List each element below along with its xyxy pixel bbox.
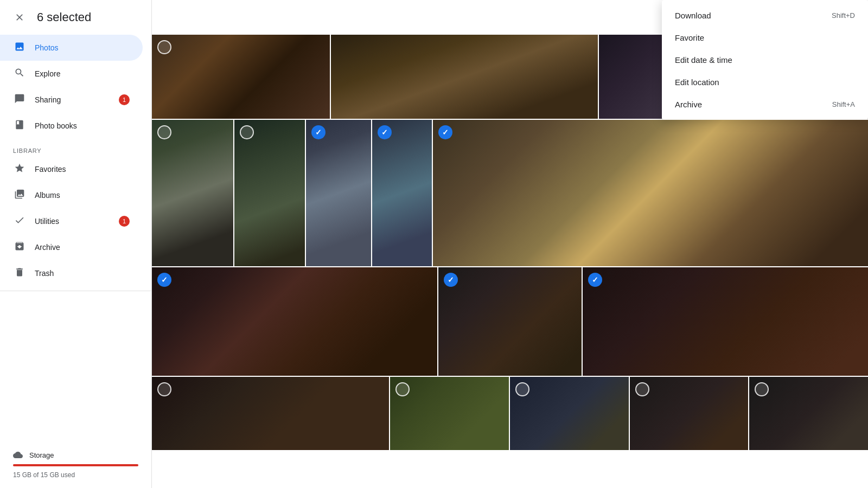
photo-cell[interactable] [234,120,305,266]
select-circle[interactable] [755,382,769,396]
sidebar-item-photobooks-label: Photo books [35,121,77,130]
select-circle[interactable] [157,125,171,139]
sidebar-item-archive-label: Archive [35,243,60,252]
sidebar-item-archive[interactable]: Archive [0,234,143,260]
close-button[interactable] [9,7,30,28]
sharing-icon [13,93,26,107]
photo-cell[interactable] [630,377,749,450]
storage-label: Storage [29,451,54,459]
explore-icon [13,67,26,81]
menu-item-archive[interactable]: Archive Shift+A [662,93,868,115]
select-circle[interactable] [635,382,649,396]
selected-count: 6 selected [37,10,91,24]
photo-cell[interactable] [331,35,598,119]
photo-row-4 [152,377,868,450]
library-section-label: LIBRARY [0,139,151,156]
sidebar-item-explore-label: Explore [35,69,60,78]
photo-row-3 [152,267,868,376]
menu-item-edit-location[interactable]: Edit location [662,71,868,93]
photo-cell[interactable] [390,377,509,450]
menu-download-shortcut: Shift+D [832,11,855,20]
sidebar-item-trash-label: Trash [35,269,54,278]
sidebar-item-trash[interactable]: Trash [0,260,143,286]
select-circle[interactable] [157,40,171,54]
sidebar-item-favorites[interactable]: Favorites [0,156,143,182]
photo-cell[interactable] [372,120,432,266]
select-circle[interactable] [157,382,171,396]
sidebar-item-favorites-label: Favorites [35,165,66,174]
select-check[interactable] [588,273,602,287]
storage-bar-background [13,464,138,466]
albums-icon [13,189,26,202]
photo-cell[interactable] [749,377,868,450]
sidebar-item-utilities[interactable]: Utilities 1 [0,208,143,234]
menu-item-edit-date-time[interactable]: Edit date & time [662,49,868,71]
sharing-badge: 1 [119,94,130,105]
select-check[interactable] [378,125,392,139]
photo-cell[interactable] [152,35,330,119]
photo-cell[interactable] [152,377,389,450]
sidebar-item-sharing-label: Sharing [35,95,61,104]
sidebar-item-photos[interactable]: Photos [0,35,143,61]
main-content: Download Shift+D Favorite Edit date & ti… [152,0,868,488]
archive-icon [13,241,26,254]
sidebar-divider [0,291,151,291]
photos-icon [13,41,26,55]
menu-item-download[interactable]: Download Shift+D [662,4,868,27]
menu-archive-label: Archive [675,100,702,109]
photo-cell[interactable] [152,267,437,376]
storage-bar-fill [13,464,138,466]
storage-usage-text: 15 GB of 15 GB used [13,471,75,479]
menu-archive-shortcut: Shift+A [832,100,855,108]
sidebar-item-utilities-label: Utilities [35,217,59,226]
sidebar-item-sharing[interactable]: Sharing 1 [0,87,143,113]
select-check[interactable] [438,125,452,139]
trash-icon [13,267,26,280]
menu-item-favorite[interactable]: Favorite [662,27,868,49]
menu-download-label: Download [675,11,711,20]
photo-cell[interactable] [583,267,868,376]
context-menu: Download Shift+D Favorite Edit date & ti… [662,0,868,120]
utilities-icon [13,215,26,228]
utilities-badge: 1 [119,216,130,227]
menu-edit-date-label: Edit date & time [675,55,732,65]
select-circle[interactable] [240,125,254,139]
menu-favorite-label: Favorite [675,33,704,42]
menu-edit-location-label: Edit location [675,78,719,87]
photo-row-2 [152,120,868,266]
photobooks-icon [13,119,26,133]
select-check[interactable] [157,273,171,287]
photo-cell[interactable] [433,120,868,266]
storage-cloud-icon [13,450,23,460]
sidebar-item-albums[interactable]: Albums [0,182,143,208]
storage-section: Storage 15 GB of 15 GB used [0,441,151,488]
sidebar-header: 6 selected [0,0,151,35]
select-check[interactable] [311,125,326,139]
sidebar-item-explore[interactable]: Explore [0,61,143,87]
sidebar-item-albums-label: Albums [35,191,60,200]
sidebar-item-photobooks[interactable]: Photo books [0,113,143,139]
select-circle[interactable] [395,382,410,396]
select-check[interactable] [444,273,458,287]
select-circle[interactable] [515,382,529,396]
photo-cell[interactable] [152,120,233,266]
photo-cell[interactable] [306,120,371,266]
photo-cell[interactable] [438,267,581,376]
photo-cell[interactable] [510,377,629,450]
favorites-icon [13,163,26,176]
sidebar: 6 selected Photos Explore Sharing 1 Phot… [0,0,152,488]
sidebar-item-photos-label: Photos [35,43,59,52]
